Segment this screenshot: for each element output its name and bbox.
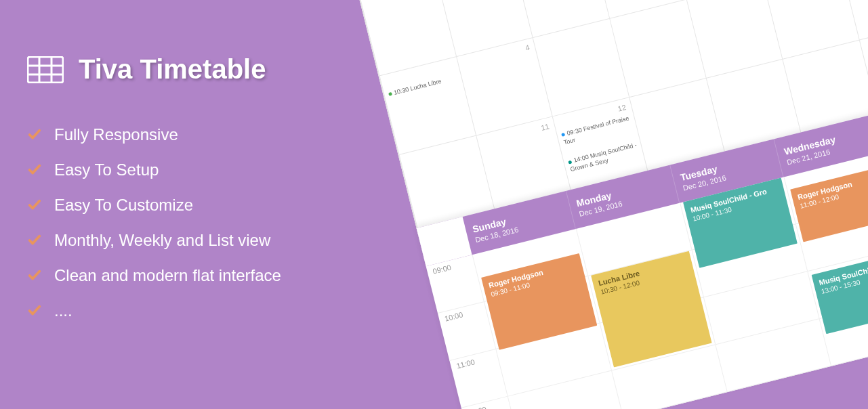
- monthly-event[interactable]: 14:00 Musiq SoulChild - Grown & Sexy: [568, 142, 640, 174]
- feature-item: Easy To Customize: [27, 196, 379, 215]
- day-number: 4: [524, 43, 531, 52]
- feature-text: Clean and modern flat interface: [54, 266, 281, 285]
- day-number: 12: [617, 103, 627, 113]
- check-icon: [27, 303, 42, 318]
- svg-rect-0: [28, 57, 63, 83]
- product-title: Tiva Timetable: [79, 54, 266, 85]
- event-dot-icon: [569, 160, 573, 164]
- grid-icon: [27, 56, 64, 83]
- check-icon: [27, 127, 42, 142]
- event-dot-icon: [388, 92, 392, 96]
- monthly-event[interactable]: 09:30 Festival of Praise Tour: [561, 114, 633, 147]
- feature-list: Fully ResponsiveEasy To SetupEasy To Cus…: [27, 125, 379, 320]
- feature-text: Fully Responsive: [54, 125, 178, 144]
- check-icon: [27, 163, 42, 177]
- feature-text: Monthly, Weekly and List view: [54, 231, 270, 250]
- event-dot-icon: [562, 133, 566, 137]
- title-row: Tiva Timetable: [27, 54, 379, 85]
- feature-item: Clean and modern flat interface: [27, 266, 379, 285]
- feature-text: ....: [54, 301, 73, 320]
- day-number: 11: [540, 122, 550, 132]
- feature-item: Monthly, Weekly and List view: [27, 231, 379, 250]
- monthly-event[interactable]: 10:30 Lucha Libre: [388, 74, 457, 98]
- check-icon: [27, 198, 42, 213]
- check-icon: [27, 233, 42, 248]
- feature-item: Easy To Setup: [27, 160, 379, 179]
- promo-panel: Tiva Timetable Fully ResponsiveEasy To S…: [0, 0, 407, 409]
- calendar-preview: 13:00 ...1410:00 Musiq SoulChild - Grown…: [358, 0, 868, 409]
- feature-item: ....: [27, 301, 379, 320]
- check-icon: [27, 268, 42, 283]
- feature-item: Fully Responsive: [27, 125, 379, 144]
- feature-text: Easy To Customize: [54, 196, 193, 215]
- feature-text: Easy To Setup: [54, 160, 159, 179]
